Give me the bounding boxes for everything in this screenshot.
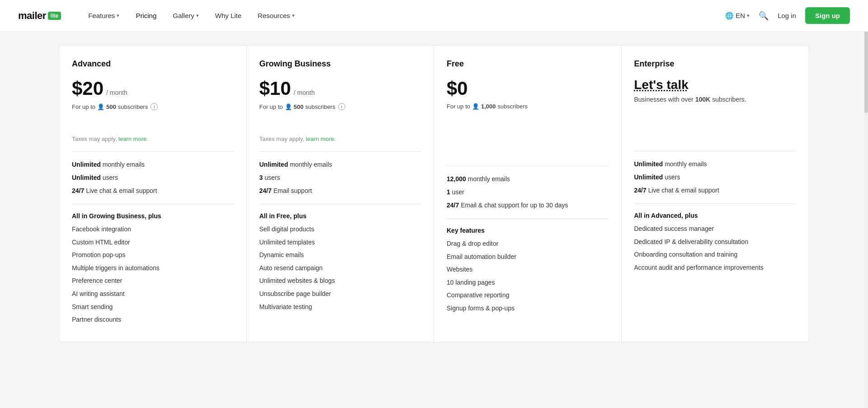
list-item: Partner discounts <box>72 315 234 324</box>
person-icon: 👤 <box>285 103 292 110</box>
list-item: Unlimited templates <box>259 238 421 247</box>
list-item: Facebook integration <box>72 225 234 234</box>
list-item: AI writing assistant <box>72 290 234 299</box>
signup-button[interactable]: Sign up <box>805 7 850 24</box>
feature-emails-advanced: Unlimited monthly emails <box>72 160 234 169</box>
list-item: Comparative reporting <box>447 291 609 300</box>
price-advanced: $20 / month <box>72 78 234 99</box>
list-item: Preference center <box>72 277 234 286</box>
person-icon: 👤 <box>97 103 104 110</box>
list-item: Multiple triggers in automations <box>72 264 234 273</box>
nav-links: Features ▾ Pricing Gallery ▾ Why Lite Re… <box>88 12 725 19</box>
subscribers-advanced: For up to 👤 500 subscribers i <box>72 103 234 110</box>
search-icon[interactable]: 🔍 <box>759 11 769 21</box>
feature-users-enterprise: Unlimited users <box>634 173 797 182</box>
chevron-down-icon: ▾ <box>292 13 295 19</box>
price-period-advanced: / month <box>106 89 127 96</box>
list-item: Auto resend campaign <box>259 264 421 273</box>
price-period-growing: / month <box>294 89 315 96</box>
feature-users-growing: 3 users <box>259 173 421 183</box>
info-icon[interactable]: i <box>338 103 345 110</box>
feature-support-advanced: 24/7 Live chat & email support <box>72 186 234 196</box>
divider <box>72 204 234 204</box>
feature-list-free: Drag & drop editor Email automation buil… <box>447 239 609 313</box>
plan-enterprise: Enterprise Let's talk Businesses with ov… <box>622 46 809 342</box>
taxes-note-advanced: Taxes may apply, learn more. <box>72 136 234 142</box>
all-in-advanced: All in Growing Business, plus <box>72 212 234 220</box>
feature-list-enterprise: Dedicated success manager Dedicated IP &… <box>634 225 797 272</box>
list-item: Email automation builder <box>447 253 609 262</box>
globe-icon: 🌐 <box>725 12 734 20</box>
scrollbar-track <box>864 0 868 356</box>
list-item: 10 landing pages <box>447 278 609 287</box>
list-item: Websites <box>447 265 609 274</box>
nav-pricing[interactable]: Pricing <box>136 12 156 19</box>
price-free: $0 <box>447 78 609 99</box>
scrollbar-thumb[interactable] <box>864 23 868 113</box>
list-item: Custom HTML editor <box>72 238 234 247</box>
feature-users-free: 1 user <box>447 188 609 197</box>
feature-list-growing: Sell digital products Unlimited template… <box>259 225 421 311</box>
feature-users-advanced: Unlimited users <box>72 173 234 183</box>
plan-growing-business: Growing Business $10 / month For up to 👤… <box>247 46 434 342</box>
all-in-enterprise: All in Advanced, plus <box>634 212 797 219</box>
feature-emails-growing: Unlimited monthly emails <box>259 160 421 169</box>
logo[interactable]: mailer lite <box>18 10 61 22</box>
list-item: Promotion pop-ups <box>72 251 234 260</box>
divider <box>447 218 609 219</box>
subscribers-free: For up to 👤 1,000 subscribers <box>447 103 609 110</box>
list-item: Sell digital products <box>259 225 421 234</box>
list-item: Multivariate testing <box>259 303 421 312</box>
nav-gallery[interactable]: Gallery ▾ <box>173 12 199 19</box>
price-amount-free: $0 <box>447 78 468 99</box>
list-item: Unsubscribe page builder <box>259 290 421 299</box>
enterprise-desc: Businesses with over 100K subscribers. <box>634 96 797 103</box>
info-icon[interactable]: i <box>151 103 158 110</box>
plan-free: Free $0 For up to 👤 1,000 subscribers 12… <box>434 46 622 342</box>
price-growing: $10 / month <box>259 78 421 99</box>
logo-badge: lite <box>48 12 61 20</box>
nav-features[interactable]: Features ▾ <box>88 12 119 19</box>
list-item: Unlimited websites & blogs <box>259 277 421 286</box>
divider <box>447 166 609 166</box>
plan-name-free: Free <box>447 59 609 69</box>
learn-more-link-advanced[interactable]: learn more <box>118 136 146 142</box>
nav-right: 🌐 EN ▾ 🔍 Log in Sign up <box>725 7 850 24</box>
chevron-down-icon: ▾ <box>117 13 119 19</box>
learn-more-link-growing[interactable]: learn more <box>306 136 334 142</box>
list-item: Drag & drop editor <box>447 239 609 249</box>
divider <box>72 151 234 152</box>
divider <box>259 204 421 204</box>
list-item: Account audit and performance improvemen… <box>634 263 797 272</box>
plan-advanced: Advanced $20 / month For up to 👤 500 sub… <box>59 46 247 342</box>
list-item: Dedicated IP & deliverability consultati… <box>634 238 797 247</box>
plan-name-advanced: Advanced <box>72 59 234 69</box>
plan-name-enterprise: Enterprise <box>634 59 797 69</box>
feature-emails-enterprise: Unlimited monthly emails <box>634 159 797 169</box>
feature-support-free: 24/7 Email & chat support for up to 30 d… <box>447 201 609 210</box>
plan-name-growing: Growing Business <box>259 59 421 69</box>
divider <box>634 151 797 151</box>
nav-resources[interactable]: Resources ▾ <box>258 12 295 19</box>
feature-emails-free: 12,000 monthly emails <box>447 174 609 184</box>
language-selector[interactable]: 🌐 EN ▾ <box>725 12 750 20</box>
divider <box>634 203 797 204</box>
list-item: Dedicated success manager <box>634 225 797 234</box>
login-link[interactable]: Log in <box>778 12 796 19</box>
list-item: Onboarding consultation and training <box>634 250 797 259</box>
logo-text: mailer <box>18 10 46 22</box>
list-item: Smart sending <box>72 303 234 312</box>
divider <box>259 151 421 152</box>
price-amount-advanced: $20 <box>72 78 104 99</box>
subscribers-growing: For up to 👤 500 subscribers i <box>259 103 421 110</box>
main-content: Advanced $20 / month For up to 👤 500 sub… <box>0 32 868 356</box>
price-amount-growing: $10 <box>259 78 291 99</box>
chevron-down-icon: ▾ <box>196 13 199 19</box>
list-item: Dynamic emails <box>259 251 421 260</box>
price-enterprise: Let's talk <box>634 78 797 92</box>
chevron-down-icon: ▾ <box>747 13 750 19</box>
person-icon: 👤 <box>472 103 479 110</box>
key-features-title: Key features <box>447 227 609 234</box>
nav-why-lite[interactable]: Why Lite <box>215 12 241 19</box>
feature-support-growing: 24/7 Email support <box>259 186 421 196</box>
